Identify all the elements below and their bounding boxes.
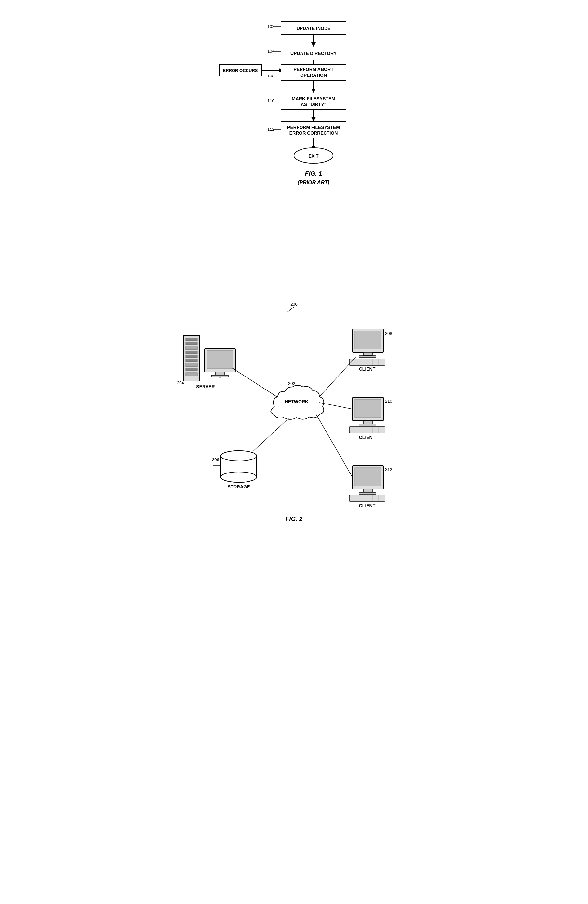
svg-line-30 [287, 307, 294, 312]
svg-rect-77 [359, 424, 376, 426]
network-label: NETWORK [285, 399, 308, 404]
svg-line-73 [319, 357, 356, 397]
svg-text:212: 212 [385, 467, 392, 472]
fig1-diagram: 102 UPDATE INODE 104 UPDATE DIRECTORY 10… [213, 16, 375, 270]
svg-marker-17 [311, 89, 316, 93]
fig1-title: FIG. 1 [305, 170, 322, 177]
svg-marker-4 [311, 42, 316, 47]
svg-line-60 [253, 417, 290, 451]
exit-label: EXIT [308, 153, 319, 158]
step3-label-2: OPERATION [300, 73, 327, 78]
svg-rect-90 [349, 495, 385, 501]
svg-rect-38 [186, 363, 197, 367]
error-box-label: ERROR OCCURS [223, 68, 258, 73]
svg-rect-43 [215, 372, 224, 375]
svg-text:208: 208 [385, 331, 392, 336]
fig1-container: 102 UPDATE INODE 104 UPDATE DIRECTORY 10… [167, 10, 421, 280]
svg-line-48 [232, 368, 278, 397]
svg-rect-88 [363, 489, 372, 492]
svg-rect-75 [355, 399, 381, 417]
step5-label-1: PERFORM FILESYSTEM [287, 125, 340, 130]
svg-rect-64 [359, 356, 376, 358]
svg-rect-36 [186, 355, 197, 358]
divider [167, 283, 421, 283]
svg-rect-40 [186, 373, 197, 376]
svg-point-56 [221, 472, 257, 482]
fig1-subtitle: (PRIOR ART) [298, 180, 329, 185]
svg-line-85 [319, 403, 352, 409]
svg-rect-32 [186, 338, 197, 341]
fig2-container: 200 204 [167, 290, 421, 541]
svg-text:204: 204 [177, 381, 184, 385]
step2-label: UPDATE DIRECTORY [290, 51, 337, 56]
svg-rect-62 [355, 331, 381, 349]
svg-rect-34 [186, 346, 197, 350]
svg-text:200: 200 [290, 302, 298, 307]
client1-label: CLIENT [359, 367, 376, 371]
svg-text:206: 206 [212, 457, 219, 462]
svg-rect-42 [207, 351, 233, 369]
svg-rect-65 [349, 359, 385, 365]
client2-label: CLIENT [359, 435, 376, 440]
step5-label-2: ERROR CORRECTION [290, 131, 338, 136]
fig2-title: FIG. 2 [285, 515, 303, 522]
svg-rect-76 [363, 421, 372, 424]
svg-point-57 [221, 451, 257, 461]
storage-label: STORAGE [228, 484, 250, 490]
svg-text:210: 210 [385, 398, 392, 403]
svg-line-97 [316, 414, 353, 477]
server-label: SERVER [196, 384, 214, 389]
svg-rect-33 [186, 342, 197, 345]
svg-rect-39 [186, 368, 197, 371]
svg-rect-87 [355, 468, 381, 486]
step4-label-1: MARK FILESYSTEM [292, 96, 335, 101]
step3-label-1: PERFORM ABORT [293, 67, 334, 72]
svg-text:202: 202 [288, 381, 295, 386]
page: 102 UPDATE INODE 104 UPDATE DIRECTORY 10… [147, 0, 441, 550]
fig2-diagram: 200 204 [167, 296, 421, 531]
step4-label-2: AS "DIRTY" [301, 102, 326, 107]
svg-rect-63 [363, 352, 372, 356]
svg-rect-89 [359, 492, 376, 494]
step1-label: UPDATE INODE [296, 26, 331, 31]
svg-point-45 [219, 376, 221, 378]
svg-marker-22 [311, 117, 316, 122]
client3-label: CLIENT [359, 503, 376, 508]
svg-rect-37 [186, 359, 197, 362]
svg-rect-35 [186, 351, 197, 354]
svg-rect-78 [349, 427, 385, 433]
